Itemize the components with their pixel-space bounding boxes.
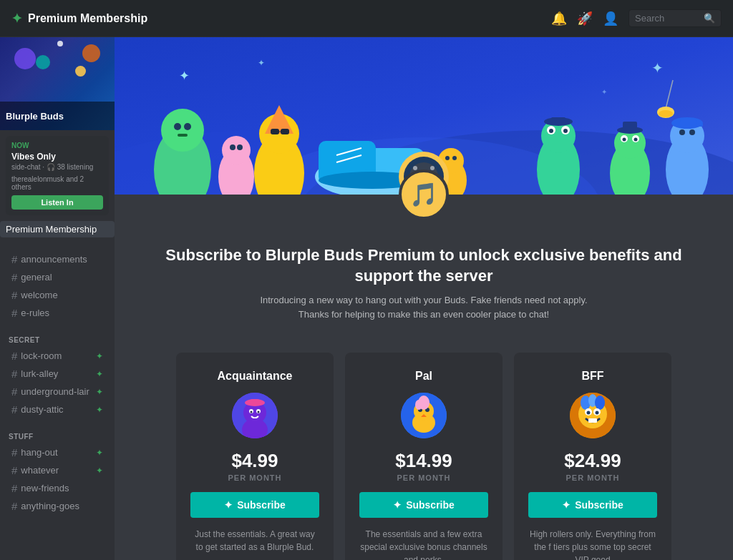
sidebar-item-announcements[interactable]: # announcements <box>6 250 109 268</box>
tier-desc-acquaintance: Just the essentials. A great way to get … <box>190 528 319 554</box>
star-icon-dusty-attic: ✦ <box>96 405 103 415</box>
tier-card-pal: Pal $14.9 <box>345 353 503 560</box>
svg-rect-40 <box>551 117 565 123</box>
svg-point-9 <box>161 109 204 152</box>
subscribe-button-acquaintance[interactable]: ✦ Subscribe <box>190 492 319 518</box>
tier-price-acquaintance: $4.99 <box>190 450 319 472</box>
svg-point-55 <box>679 129 685 135</box>
sidebar-item-dusty-attic[interactable]: # dusty-attic ✦ <box>6 401 109 418</box>
hash-icon-anything-goes: # <box>11 500 17 512</box>
hash-icon-whatever: # <box>11 464 17 476</box>
subscribe-star-icon-pal: ✦ <box>393 499 402 511</box>
sidebar-item-underground-lair[interactable]: # underground-lair ✦ <box>6 383 109 401</box>
hash-icon-hang-out: # <box>11 446 17 458</box>
channel-label-lurk-alley: lurk-alley <box>21 368 58 379</box>
premium-membership-sidebar-item[interactable]: Premium Membership <box>0 221 115 237</box>
svg-point-72 <box>251 411 253 413</box>
svg-rect-49 <box>621 129 639 132</box>
subscribe-label-pal: Subscribe <box>406 499 455 511</box>
search-icon: 🔍 <box>704 13 715 24</box>
sidebar-item-new-friends[interactable]: # new-friends <box>6 479 109 497</box>
tier-price-pal: $14.99 <box>359 450 488 472</box>
svg-rect-94 <box>588 418 597 423</box>
channel-label-welcome: welcome <box>21 290 57 300</box>
svg-point-38 <box>563 129 568 133</box>
premium-text-section: Subscribe to Blurple Buds Premium to unl… <box>115 231 733 353</box>
channel-label-general: general <box>21 272 52 283</box>
main-layout: Blurple Buds NOW Vibes Only side-chat · … <box>0 37 733 560</box>
hash-icon-welcome: # <box>11 289 17 301</box>
channel-label-announcements: announcements <box>21 254 87 265</box>
svg-rect-54 <box>696 123 703 127</box>
svg-point-93 <box>596 411 599 415</box>
now-playing-title: Vibes Only <box>11 152 103 162</box>
pal-avatar-svg <box>401 393 447 438</box>
now-label: NOW <box>11 142 103 149</box>
stuff-channels-section: STUFF # hang-out ✦ # whatever ✦ # new-fr… <box>0 421 115 518</box>
svg-text:✦: ✦ <box>258 58 265 68</box>
tier-avatar-pal <box>401 393 447 438</box>
subscribe-button-pal[interactable]: ✦ Subscribe <box>359 492 488 518</box>
server-icon-section: 🎵 <box>115 170 733 220</box>
svg-point-84 <box>415 400 422 410</box>
svg-point-46 <box>634 138 638 142</box>
premium-subtitle: Introducing a new way to hang out with y… <box>245 293 603 321</box>
server-header: Blurple Buds <box>0 37 115 130</box>
search-input[interactable] <box>635 13 699 24</box>
sidebar-item-lurk-alley[interactable]: # lurk-alley ✦ <box>6 365 109 383</box>
tier-name-bff: BFF <box>528 370 657 383</box>
svg-rect-75 <box>251 399 259 405</box>
subscribe-star-icon-acquaintance: ✦ <box>224 499 233 511</box>
tier-period-acquaintance: PER MONTH <box>190 473 319 482</box>
friends-icon[interactable]: 👤 <box>603 11 618 26</box>
stuff-section-label: STUFF <box>6 433 109 443</box>
sidebar-item-lock-room[interactable]: # lock-room ✦ <box>6 347 109 365</box>
secret-section-label: SECRET <box>6 336 109 347</box>
main-content: ✦ ✦ ✦ ✦ <box>115 37 733 560</box>
boost-icon[interactable]: 🚀 <box>577 11 593 26</box>
sidebar-item-e-rules[interactable]: # e-rules <box>6 304 109 322</box>
sidebar-item-whatever[interactable]: # whatever ✦ <box>6 461 109 479</box>
hash-icon-new-friends: # <box>11 482 17 494</box>
channel-label-e-rules: e-rules <box>21 308 49 318</box>
subscribe-star-icon-bff: ✦ <box>562 499 571 511</box>
sidebar-item-general[interactable]: # general <box>6 268 109 286</box>
nav-title-area: ✦ Premium Membership <box>11 11 551 26</box>
sidebar-item-welcome[interactable]: # welcome <box>6 286 109 304</box>
server-icon-badge: 🎵 <box>399 170 449 220</box>
sidebar-item-hang-out[interactable]: # hang-out ✦ <box>6 443 109 461</box>
premium-main-title: Subscribe to Blurple Buds Premium to unl… <box>143 245 704 286</box>
subscribe-label-acquaintance: Subscribe <box>237 499 286 511</box>
regular-channels-section: # announcements # general # welcome # <box>0 239 115 325</box>
svg-point-89 <box>595 396 605 410</box>
sidebar-item-anything-goes[interactable]: # anything-goes <box>6 497 109 515</box>
top-nav: ✦ Premium Membership 🔔 🚀 👤 🔍 <box>0 0 733 37</box>
sidebar: Blurple Buds NOW Vibes Only side-chat · … <box>0 37 115 560</box>
acquaintance-avatar-svg <box>232 393 278 438</box>
svg-text:✦: ✦ <box>179 69 190 83</box>
svg-point-37 <box>549 129 553 133</box>
notification-icon[interactable]: 🔔 <box>551 11 567 26</box>
search-box[interactable]: 🔍 <box>628 9 722 27</box>
subscribe-button-bff[interactable]: ✦ Subscribe <box>528 492 657 518</box>
listen-in-button[interactable]: Listen In <box>11 195 103 210</box>
tier-name-pal: Pal <box>359 370 488 383</box>
svg-rect-17 <box>281 129 289 134</box>
svg-rect-16 <box>271 129 279 134</box>
hash-icon-dusty-attic: # <box>11 403 17 416</box>
subscribe-label-bff: Subscribe <box>575 499 623 511</box>
svg-point-92 <box>587 411 591 415</box>
star-icon-lock-room: ✦ <box>96 351 103 361</box>
tier-name-acquaintance: Acquaintance <box>190 370 319 383</box>
tier-period-bff: PER MONTH <box>528 473 657 482</box>
tier-card-acquaintance: Acquaintance <box>176 353 334 560</box>
svg-point-67 <box>659 110 673 117</box>
star-icon-whatever: ✦ <box>96 466 103 476</box>
svg-text:✦: ✦ <box>601 88 607 96</box>
tier-price-bff: $24.99 <box>528 450 657 472</box>
server-name-label: Blurple Buds <box>6 111 64 122</box>
hash-icon-announcements: # <box>11 253 17 265</box>
server-banner-art: Blurple Buds <box>0 37 115 130</box>
channel-label-anything-goes: anything-goes <box>21 501 79 511</box>
channel-label-underground-lair: underground-lair <box>21 386 89 397</box>
